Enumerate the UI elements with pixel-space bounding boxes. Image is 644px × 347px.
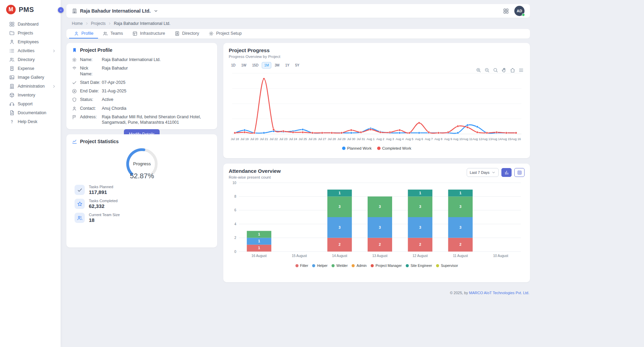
- avatar[interactable]: AD: [514, 6, 525, 16]
- tab-directory[interactable]: Directory: [170, 29, 204, 39]
- date-range-select[interactable]: Last 7 Days: [467, 168, 499, 177]
- flag-icon: [72, 115, 77, 120]
- chevron-right-icon: [52, 49, 56, 53]
- sidebar-item-directory[interactable]: Directory: [0, 55, 61, 64]
- svg-text:13 August: 13 August: [372, 254, 388, 258]
- sidebar-item-inventory[interactable]: Inventory: [0, 91, 61, 100]
- breadcrumb-item-raja-bahadur-international-ltd-: Raja Bahadur International Ltd.: [114, 21, 170, 26]
- chart-view-button[interactable]: [501, 168, 512, 177]
- chevron-down-icon: [492, 170, 496, 175]
- range-15d-button[interactable]: 15D: [250, 62, 261, 69]
- table-view-button[interactable]: [514, 168, 525, 177]
- range-1y-button[interactable]: 1Y: [283, 62, 292, 69]
- sidebar-item-help-desk[interactable]: Help Desk: [0, 117, 61, 126]
- range-1m-button[interactable]: 1M: [262, 62, 271, 69]
- logo[interactable]: M PMS: [0, 0, 61, 18]
- sidebar-item-projects[interactable]: Projects: [0, 29, 61, 37]
- sidebar: M PMS DashboardProjectsEmployeesActiviti…: [0, 0, 61, 347]
- field-value: Anuj Chordia: [102, 106, 212, 111]
- apps-grid-button[interactable]: [503, 8, 509, 14]
- chevron-right-icon: [108, 22, 111, 25]
- profile-field-status-: Status:Active: [72, 97, 212, 102]
- legend-item-completed-work[interactable]: Completed Work: [377, 146, 411, 150]
- svg-text:10: 10: [232, 181, 237, 185]
- legend-item-welder[interactable]: Welder: [332, 263, 348, 268]
- stat-value: 117,891: [89, 189, 113, 195]
- tabbar: ProfileTeamsInfrastructureDirectoryProje…: [66, 29, 530, 39]
- attendance-chart[interactable]: 024681011116 August15 August233114 Augus…: [229, 179, 524, 263]
- expense-icon: [9, 66, 15, 71]
- xcircle-icon: [72, 89, 77, 94]
- legend-item-planned-work[interactable]: Planned Work: [342, 146, 372, 150]
- tab-profile[interactable]: Profile: [69, 29, 98, 39]
- svg-text:52.87%: 52.87%: [130, 172, 154, 180]
- chart-title: Project Progress: [229, 47, 525, 53]
- tab-infrastructure[interactable]: Infrastructure: [128, 29, 170, 39]
- legend-item-project-manager[interactable]: Project Manager: [371, 263, 402, 268]
- reset-zoom-icon[interactable]: [510, 67, 515, 73]
- range-1w-button[interactable]: 1W: [239, 62, 249, 69]
- svg-text:1: 1: [460, 191, 462, 195]
- infra-icon: [132, 31, 138, 36]
- menu-icon[interactable]: [518, 67, 524, 73]
- sidebar-collapse-button[interactable]: ‹: [58, 7, 64, 13]
- avatar-initials: AD: [517, 9, 522, 13]
- field-value: 07-Apr-2025: [102, 80, 212, 85]
- sidebar-item-administration[interactable]: Administration: [0, 82, 61, 91]
- sidebar-item-label: Documentation: [18, 110, 56, 115]
- chart-title: Attendance Overview: [229, 168, 281, 174]
- tab-label: Infrastructure: [140, 31, 165, 36]
- sidebar-item-employees[interactable]: Employees: [0, 37, 61, 46]
- svg-text:1: 1: [419, 191, 421, 195]
- svg-text:Aug 3: Aug 3: [386, 137, 394, 141]
- sidebar-item-label: Dashboard: [18, 22, 56, 27]
- zoom-out-icon[interactable]: [484, 67, 490, 73]
- svg-text:3: 3: [419, 225, 421, 229]
- svg-text:Aug 8: Aug 8: [434, 137, 442, 141]
- sidebar-item-image-gallery[interactable]: Image Gallery: [0, 73, 61, 82]
- team-icon: [103, 31, 108, 36]
- sidebar-item-expense[interactable]: Expense: [0, 64, 61, 73]
- sidebar-nav: DashboardProjectsEmployeesActivitiesDire…: [0, 20, 61, 126]
- helpdesk-icon: [9, 119, 15, 124]
- company-name: Raja Bahadur International Ltd.: [80, 8, 151, 14]
- svg-text:16 August: 16 August: [252, 254, 267, 258]
- svg-text:Aug 9: Aug 9: [444, 137, 452, 141]
- zoom-in-icon[interactable]: [476, 67, 481, 73]
- sidebar-item-label: Activities: [18, 48, 49, 53]
- company-selector[interactable]: Raja Bahadur International Ltd.: [72, 8, 158, 14]
- sidebar-item-documentation[interactable]: Documentation: [0, 108, 61, 117]
- tab-teams[interactable]: Teams: [98, 29, 128, 39]
- chevron-right-icon: [52, 85, 56, 88]
- tab-project-setup[interactable]: Project Setup: [204, 29, 246, 39]
- legend-item-site-engineer[interactable]: Site Engineer: [406, 263, 432, 268]
- range-1d-button[interactable]: 1D: [229, 62, 238, 69]
- svg-text:1: 1: [339, 191, 341, 195]
- svg-text:2: 2: [234, 236, 236, 240]
- svg-text:1: 1: [258, 246, 260, 250]
- sidebar-item-activities[interactable]: Activities: [0, 46, 61, 55]
- legend-item-admin[interactable]: Admin: [352, 263, 367, 268]
- legend-item-fitter[interactable]: Fitter: [295, 263, 308, 268]
- selection-zoom-icon[interactable]: [493, 67, 498, 73]
- footer-link[interactable]: MARCO AIoT Technologies Pvt. Ltd.: [469, 291, 529, 295]
- legend-item-supervisor[interactable]: Supervisor: [436, 263, 458, 268]
- svg-text:Jul 29: Jul 29: [337, 137, 345, 141]
- breadcrumb-item-home[interactable]: Home: [72, 21, 83, 26]
- legend-item-helper[interactable]: Helper: [312, 263, 327, 268]
- tab-label: Directory: [182, 31, 199, 36]
- pan-icon[interactable]: [501, 67, 507, 73]
- sidebar-item-support[interactable]: Support: [0, 100, 61, 108]
- svg-text:3: 3: [339, 225, 341, 229]
- range-3m-button[interactable]: 3M: [272, 62, 282, 69]
- breadcrumb-item-projects[interactable]: Projects: [91, 21, 106, 26]
- profile-field-nick-name-: Nick Name:Raja Bahadur: [72, 65, 212, 77]
- project-progress-chart[interactable]: Jul 18Jul 19Jul 20Jul 21Jul 22Jul 23Jul …: [229, 69, 524, 146]
- svg-text:Aug 12: Aug 12: [472, 137, 482, 141]
- range-5y-button[interactable]: 5Y: [293, 62, 302, 69]
- check-icon: [72, 80, 77, 85]
- field-value: Raja Bahadur Mill Rd, behind Sheraton Gr…: [102, 114, 212, 125]
- sidebar-item-dashboard[interactable]: Dashboard: [0, 20, 61, 29]
- reset-zoom-icon: [510, 67, 515, 73]
- zoom-out-icon: [484, 67, 490, 73]
